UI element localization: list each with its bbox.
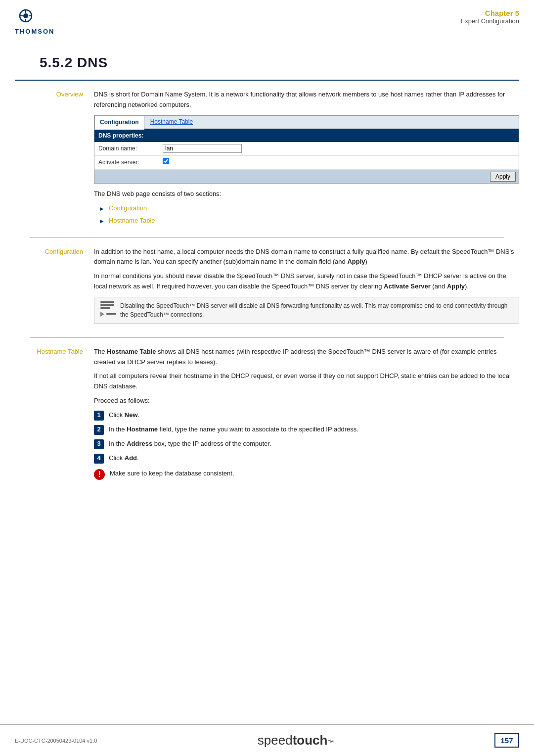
note-line-4	[106, 313, 116, 315]
dns-properties-header: DNS properties:	[94, 130, 519, 142]
step-badge-1: 1	[94, 411, 104, 421]
ui-form-content: DNS properties: Domain name: Activate se…	[94, 130, 519, 184]
page-title: 5.5.2 DNS	[40, 55, 519, 71]
bullet-hostname-table: ► Hostname Table	[99, 216, 519, 226]
tab-hostname-table[interactable]: Hostname Table	[145, 116, 198, 129]
domain-name-value	[163, 144, 515, 153]
activate-server-value	[163, 158, 515, 167]
step-badge-3: 3	[94, 439, 104, 449]
page-footer: E-DOC-CTC-20050429-0104 v1.0 speedtouch™…	[0, 724, 534, 756]
config-activate-server-bold: Activate Server	[384, 283, 431, 290]
step-badge-4: 4	[94, 454, 104, 464]
domain-name-label: Domain name:	[98, 144, 163, 153]
ui-tab-bar: Configuration Hostname Table	[94, 116, 519, 130]
overview-label: Overview	[15, 90, 94, 229]
important-icon: !	[94, 469, 105, 480]
section-divider-2	[30, 337, 504, 338]
activate-server-row: Activate server:	[94, 156, 519, 170]
apply-button[interactable]: Apply	[490, 172, 516, 182]
top-divider	[15, 80, 519, 81]
chapter-info: Chapter 5 Expert Configuration	[460, 9, 519, 25]
steps-list: 1 Click New. 2 In the Hostname field, ty…	[94, 410, 519, 464]
brand-bold: touch	[293, 733, 328, 748]
bullet-arrow-1: ►	[99, 204, 105, 214]
dns-ui-box: Configuration Hostname Table DNS propert…	[94, 115, 519, 185]
bullet-configuration: ► Configuration	[99, 203, 519, 214]
note-line-2	[100, 304, 114, 306]
important-box: ! Make sure to keep the database consist…	[94, 469, 519, 480]
step-1-new-bold: New	[125, 411, 138, 419]
note-line-3	[100, 307, 110, 309]
tab-configuration[interactable]: Configuration	[94, 116, 144, 130]
bullet-link-hostname-table[interactable]: Hostname Table	[109, 216, 155, 226]
step-3-address-bold: Address	[127, 440, 152, 447]
step-2-hostname-bold: Hostname	[127, 425, 158, 433]
main-content: Overview DNS is short for Domain Name Sy…	[0, 90, 534, 485]
footer-doc-ref: E-DOC-CTC-20050429-0104 v1.0	[15, 738, 97, 744]
activate-server-checkbox[interactable]	[163, 158, 169, 164]
step-badge-2: 2	[94, 425, 104, 435]
note-lines-icon	[100, 301, 116, 317]
bullet-arrow-2: ►	[99, 217, 105, 226]
step-1-text: Click New.	[109, 410, 139, 421]
apply-row: Apply	[94, 170, 519, 184]
brand-light: speed	[258, 733, 293, 748]
domain-name-input[interactable]	[163, 144, 242, 153]
config-para2: In normal conditions you should never di…	[94, 271, 519, 292]
configuration-body: In addition to the host name, a local co…	[94, 247, 519, 329]
bullet-link-configuration[interactable]: Configuration	[109, 203, 147, 214]
config-para1: In addition to the host name, a local co…	[94, 247, 519, 268]
overview-section: Overview DNS is short for Domain Name Sy…	[15, 90, 519, 229]
configuration-label: Configuration	[15, 247, 94, 329]
overview-bullets: ► Configuration ► Hostname Table	[99, 203, 519, 226]
hostname-table-section: Hostname Table The Hostname Table shows …	[15, 347, 519, 485]
hostname-para2: If not all computers reveal their hostna…	[94, 371, 519, 392]
step-3-text: In the Address box, type the IP address …	[109, 439, 271, 449]
domain-name-row: Domain name:	[94, 142, 519, 156]
chapter-label: Chapter 5	[460, 9, 519, 17]
section-divider-1	[30, 237, 504, 238]
step-4-text: Click Add.	[109, 453, 139, 464]
configuration-section: Configuration In addition to the host na…	[15, 247, 519, 329]
overview-paragraph: DNS is short for Domain Name System. It …	[94, 90, 519, 110]
page-title-area: 5.5.2 DNS	[0, 40, 534, 71]
step-1: 1 Click New.	[94, 410, 519, 421]
logo-text: THOMSON	[15, 28, 54, 35]
overview-body: DNS is short for Domain Name System. It …	[94, 90, 519, 229]
proceed-text: Proceed as follows:	[94, 396, 519, 406]
thomson-logo-icon	[15, 9, 37, 27]
note-text: Disabling the SpeedTouch™ DNS server wil…	[120, 301, 513, 319]
important-text: Make sure to keep the database consisten…	[110, 469, 234, 479]
step-2: 2 In the Hostname field, type the name y…	[94, 425, 519, 435]
page-header: THOMSON Chapter 5 Expert Configuration	[0, 0, 534, 40]
footer-brand: speedtouch™	[258, 733, 334, 748]
two-sections-intro: The DNS web page consists of two section…	[94, 189, 519, 199]
step-3: 3 In the Address box, type the IP addres…	[94, 439, 519, 449]
note-line-1	[100, 301, 114, 303]
svg-point-1	[23, 13, 28, 18]
note-box: Disabling the SpeedTouch™ DNS server wil…	[94, 297, 519, 324]
hostname-table-body: The Hostname Table shows all DNS host na…	[94, 347, 519, 485]
config-apply-bold: Apply	[347, 258, 365, 265]
step-4-add-bold: Add	[125, 454, 137, 462]
note-arrow-icon	[100, 312, 104, 317]
config-apply2-bold: Apply	[447, 283, 465, 290]
chapter-sub: Expert Configuration	[460, 17, 519, 25]
logo-area: THOMSON	[15, 9, 54, 35]
brand-tm: ™	[327, 739, 334, 746]
hostname-para1: The Hostname Table shows all DNS host na…	[94, 347, 519, 368]
step-2-text: In the Hostname field, type the name you…	[109, 425, 358, 435]
activate-server-label: Activate server:	[98, 158, 163, 167]
page-number-box: 157	[494, 733, 519, 748]
note-icon	[100, 301, 116, 319]
step-4: 4 Click Add.	[94, 453, 519, 464]
hostname-table-bold: Hostname Table	[107, 348, 156, 355]
hostname-table-label: Hostname Table	[15, 347, 94, 485]
